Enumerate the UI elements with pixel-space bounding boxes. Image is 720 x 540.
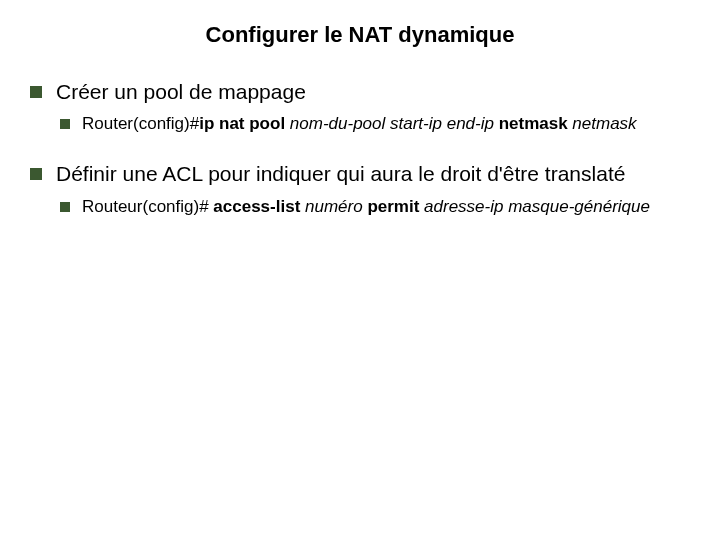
bullet-square-icon — [30, 86, 42, 98]
list-subitem-text: Router(config)#ip nat pool nom-du-pool s… — [82, 113, 637, 136]
slide-title: Configurer le NAT dynamique — [0, 0, 720, 78]
list-item-text: Créer un pool de mappage — [56, 78, 306, 105]
command-keyword: netmask — [499, 114, 573, 133]
slide: Configurer le NAT dynamique Créer un poo… — [0, 0, 720, 540]
bullet-square-icon — [60, 119, 70, 129]
command-arg: netmask — [572, 114, 636, 133]
list-item: Créer un pool de mappage — [30, 78, 690, 105]
command-prefix: Routeur(config)# — [82, 197, 213, 216]
list-item-text: Définir une ACL pour indiquer qui aura l… — [56, 160, 625, 187]
list-subitem-text: Routeur(config)# access-list numéro perm… — [82, 196, 650, 219]
command-arg: nom-du-pool start-ip end-ip — [290, 114, 499, 133]
command-arg: adresse-ip masque-générique — [424, 197, 650, 216]
command-keyword: permit — [367, 197, 424, 216]
bullet-square-icon — [60, 202, 70, 212]
slide-content: Créer un pool de mappage Router(config)#… — [0, 78, 720, 218]
command-keyword: ip nat pool — [199, 114, 290, 133]
command-arg: numéro — [305, 197, 367, 216]
bullet-square-icon — [30, 168, 42, 180]
list-subitem: Router(config)#ip nat pool nom-du-pool s… — [60, 113, 690, 136]
command-keyword: access-list — [213, 197, 305, 216]
command-prefix: Router(config)# — [82, 114, 199, 133]
list-subitem: Routeur(config)# access-list numéro perm… — [60, 196, 690, 219]
list-item: Définir une ACL pour indiquer qui aura l… — [30, 160, 690, 187]
